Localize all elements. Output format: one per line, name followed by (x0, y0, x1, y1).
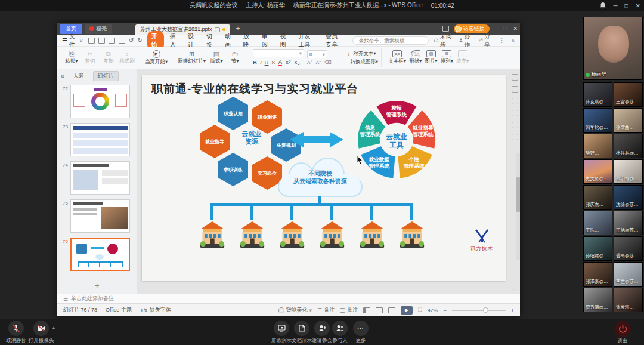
font-name-select[interactable]: ▾ (253, 49, 304, 57)
participant-tile[interactable]: 贾秀清@… (583, 288, 612, 312)
zoom-slider[interactable] (452, 310, 506, 311)
undo-icon[interactable]: ↺ (129, 37, 134, 44)
speaker-video-tile[interactable]: 杨丽华 (583, 17, 643, 80)
print-icon[interactable] (109, 38, 115, 44)
participant-tile[interactable]: 张泽豪@… (583, 262, 612, 287)
superscript-button[interactable]: X² (285, 59, 291, 66)
play-from-current-button[interactable]: ▶当页开始▾ (145, 50, 168, 66)
paste-button[interactable]: ⎘粘贴▾ (64, 51, 79, 65)
pager-icon[interactable] (442, 26, 449, 32)
leave-meeting-button[interactable]: 退出 (614, 321, 631, 345)
decrease-font-icon[interactable]: A⁻ (316, 60, 322, 65)
participant-tile[interactable]: 酸野… (583, 134, 612, 158)
participant-tile[interactable]: 慕明韬@… (614, 159, 643, 184)
participant-tile[interactable]: 薛竞琪@… (583, 82, 612, 107)
shapes-button[interactable]: ◯△形状▾ (409, 50, 422, 65)
properties-icon[interactable] (512, 86, 518, 93)
outline-tab[interactable]: 大纲 (69, 72, 88, 81)
save-icon[interactable] (88, 38, 95, 44)
participant-tile[interactable]: 王旭@苏… (614, 211, 643, 235)
subscript-button[interactable]: X₂ (294, 59, 300, 66)
scrollbar-thumb[interactable] (516, 177, 520, 212)
doc-share-button[interactable]: 文档演示 (292, 321, 312, 344)
command-search[interactable] (352, 36, 429, 45)
participant-tile[interactable]: 张庆杰… (583, 185, 612, 210)
current-slide[interactable]: 职前通-专业的在线学习与实习就业平台 职业认知 职业测评 就业指导 生涯规划 求… (142, 75, 506, 281)
canvas-scrollbar[interactable] (516, 153, 520, 260)
underline-button[interactable]: U (265, 59, 269, 66)
beautify-icon[interactable] (512, 74, 518, 81)
wps-docer-tab[interactable]: 稻壳 (85, 24, 112, 34)
add-slide-button[interactable]: + (57, 281, 137, 290)
slide-thumbnail-76-current[interactable] (70, 238, 130, 271)
slideshow-play-button[interactable]: ▶ (401, 306, 413, 315)
unmute-button[interactable]: 取消静音 (6, 321, 26, 344)
normal-view-icon[interactable] (363, 307, 370, 313)
font-size-select[interactable]: 0▾ (307, 50, 327, 58)
participant-tile[interactable]: 王浩… (583, 211, 612, 235)
invite-button[interactable]: 邀请参会 (312, 321, 332, 344)
new-slide-button[interactable]: ⊞新建幻灯片▾ (178, 51, 206, 65)
participant-tile[interactable]: 张雪曲… (614, 108, 643, 133)
close-window-icon[interactable]: ✕ (636, 2, 640, 9)
zoom-slider-knob[interactable] (483, 307, 488, 313)
preview-icon[interactable] (119, 38, 125, 44)
missing-font-warning[interactable]: T↯ 缺失字体 (140, 306, 171, 314)
collapse-ribbon-icon[interactable]: ∧ (511, 37, 515, 44)
participant-tile[interactable]: 史文星@… (583, 159, 612, 184)
clear-format-icon[interactable]: ⌫ (324, 60, 331, 65)
participant-tile[interactable]: 孙绍绣@… (583, 236, 612, 261)
maximize-window-icon[interactable]: □ (625, 2, 628, 9)
slides-tab[interactable]: 幻灯片 (93, 71, 119, 81)
participant-tile[interactable]: 张梦琪… (614, 288, 643, 312)
help-icon[interactable] (512, 134, 518, 140)
font-color-button[interactable]: A (278, 58, 282, 66)
convert-smartart-button[interactable]: 转换成图形▾ (351, 58, 379, 66)
wps-close-icon[interactable]: ✕ (513, 26, 518, 32)
notes-toggle[interactable]: ☰ 备注 (317, 306, 335, 314)
line-spacing-icon[interactable]: ↕ (348, 50, 351, 57)
italic-button[interactable]: I (260, 59, 262, 66)
attendees-button[interactable]: 参与人 (332, 321, 348, 344)
comments-toggle[interactable]: 批注 (340, 306, 358, 314)
fill-button[interactable]: ◌填充▾ (456, 50, 469, 65)
more-options-icon[interactable]: ⋯ (512, 286, 518, 292)
minimize-window-icon[interactable]: ─ (613, 2, 617, 9)
align-text-button[interactable]: 对齐文本▾ (353, 50, 376, 57)
more-menu-icon[interactable]: ⋮ (499, 37, 505, 44)
wps-maximize-icon[interactable]: □ (504, 26, 507, 32)
zoom-out-icon[interactable]: − (443, 307, 446, 313)
copy-button[interactable]: ⧉复制 (101, 51, 116, 65)
redo-icon[interactable]: ↻ (137, 37, 142, 44)
output-icon[interactable] (98, 38, 105, 44)
wps-minimize-icon[interactable]: ─ (494, 26, 498, 32)
slide-thumbnail-72[interactable] (70, 85, 130, 118)
picture-button[interactable]: ▨图片▾ (425, 50, 437, 65)
fit-window-icon[interactable]: ⛶ (418, 307, 422, 313)
open-camera-button[interactable]: 打开摄像头 (29, 321, 54, 344)
comments-pane-icon[interactable] (512, 110, 518, 116)
screen-share-button[interactable]: 屏幕演示 (271, 321, 292, 344)
smart-beautify-button[interactable]: 智能美化 ▾ (278, 306, 312, 314)
increase-font-icon[interactable]: A⁺ (307, 60, 313, 65)
participant-tile[interactable]: 王宫@苏… (614, 82, 643, 107)
animation-pane-icon[interactable] (512, 98, 518, 104)
slide-thumbnail-74[interactable] (70, 161, 130, 195)
participant-tile[interactable]: 香岛@苏… (614, 236, 643, 261)
participant-tile[interactable]: 闵学铭@… (583, 108, 612, 133)
collapse-panel-icon[interactable]: « (61, 73, 64, 79)
text-box-button[interactable]: A≡文本框▾ (388, 50, 406, 65)
zoom-in-icon[interactable]: + (511, 307, 514, 313)
bell-icon[interactable] (600, 2, 606, 9)
strikethrough-button[interactable]: S (271, 59, 275, 66)
reading-view-icon[interactable] (388, 307, 395, 313)
participant-tile[interactable]: 沈徐@苏… (614, 185, 643, 210)
section-button[interactable]: 🗀节▾ (227, 51, 243, 65)
slide-thumbnail-73[interactable] (70, 123, 130, 156)
selection-pane-icon[interactable] (512, 122, 518, 128)
more-button[interactable]: ⋯ 更多 (353, 321, 369, 344)
participant-tile[interactable]: 杜祥林@… (614, 134, 643, 158)
sorter-view-icon[interactable] (376, 307, 383, 313)
cut-button[interactable]: ✂剪切 (82, 51, 98, 65)
arrange-button[interactable]: ≣排列▾ (441, 50, 453, 65)
